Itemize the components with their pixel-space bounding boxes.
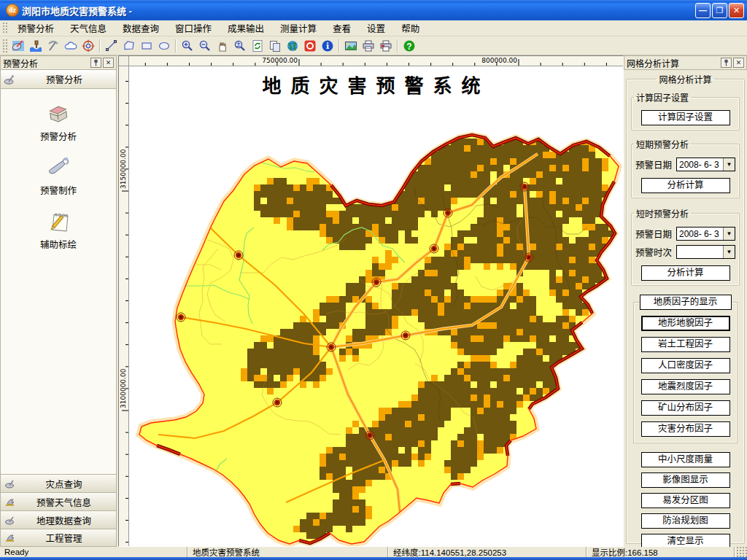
immediate-group: 短时预警分析 预警日期 2008- 6- 3 ▼ 预警时次 ▼ 分析计算	[631, 207, 740, 286]
close-panel-button[interactable]: ✕	[733, 58, 744, 68]
menu-warning-analysis[interactable]: 预警分析	[9, 20, 62, 36]
globe-button[interactable]	[284, 38, 301, 54]
factor-terrain-button[interactable]: 地形地貌因子	[641, 316, 730, 331]
sidebar-item-project-manage[interactable]: 工程管理	[0, 529, 117, 547]
draw-rectangle-icon	[140, 39, 153, 52]
sidebar-item-aux-plotting[interactable]: 辅助标绘	[1, 209, 116, 251]
factor-display-group: 地质因子的显示 地形地貌因子 岩土工程因子 人口密度因子 地震烈度因子 矿山分布…	[633, 302, 738, 443]
sidebar-item-label: 辅助标绘	[40, 237, 77, 251]
print-setup-button[interactable]	[377, 38, 395, 54]
help-button[interactable]: ?	[400, 38, 418, 54]
window-titlebar: dz 浏阳市地质灾害预警系统 - — ❐ ✕	[0, 0, 747, 20]
warning-date-combo[interactable]: 2008- 6- 3 ▼	[676, 158, 735, 171]
factor-seismic-button[interactable]: 地震烈度因子	[641, 379, 730, 394]
toolbar-grip[interactable]	[2, 39, 7, 53]
sidebar-item-disaster-query[interactable]: 灾点查询	[0, 474, 117, 492]
image-view-button[interactable]	[342, 38, 360, 54]
factor-geotech-button[interactable]: 岩土工程因子	[641, 337, 730, 352]
info-button[interactable]: i	[319, 38, 336, 54]
svg-text:?: ?	[406, 41, 411, 51]
close-button[interactable]: ✕	[729, 3, 744, 18]
sidebar-item-warning-analysis[interactable]: 预警分析	[1, 101, 116, 143]
rainfall-scale-button[interactable]: 中小尺度雨量	[641, 452, 730, 467]
sidebar-bar-label: 工程管理	[15, 531, 112, 545]
grid-analysis-group: 网格分析计算 计算因子设置 计算因子设置 短期预警分析 预警日期 2008- 6…	[626, 73, 745, 544]
draw-ellipse-button[interactable]	[155, 38, 173, 54]
pan-hand-button[interactable]	[214, 38, 231, 54]
calc-factor-group: 计算因子设置 计算因子设置	[631, 91, 740, 131]
draw-polygon-icon	[123, 39, 136, 52]
factor-display-header-button[interactable]: 地质因子的显示	[640, 295, 732, 310]
resize-grip[interactable]	[735, 547, 747, 557]
menu-data-query[interactable]: 数据查询	[115, 20, 167, 36]
immediate-group-label: 短时预警分析	[634, 207, 691, 219]
susceptibility-map-button[interactable]: 易发分区图	[641, 493, 730, 508]
stop-button[interactable]	[301, 38, 319, 54]
minimize-button[interactable]: —	[695, 3, 711, 18]
close-panel-button[interactable]: ✕	[103, 58, 114, 68]
warning-time-combo[interactable]: ▼	[676, 245, 735, 259]
ruler-label-y1: 3150000.00	[120, 139, 127, 189]
warning-date2-label: 预警日期	[635, 227, 676, 241]
sidebar-item-warning-weather[interactable]: 预警天气信息	[0, 492, 117, 510]
draw-rectangle-button[interactable]	[138, 38, 155, 54]
menu-measure-calc[interactable]: 测量计算	[272, 20, 325, 36]
sidebar-item-warning-making[interactable]: 预警制作	[1, 155, 116, 197]
status-coordinates: 经纬度:114.140551,28.250253	[389, 547, 587, 557]
factor-disaster-button[interactable]: 灾害分布因子	[641, 421, 730, 437]
sidebar-item-geo-data-query[interactable]: 地理数据查询	[0, 510, 117, 529]
claw-icon	[4, 497, 15, 508]
prevention-plan-button[interactable]: 防治规划图	[641, 513, 730, 529]
refresh-button[interactable]	[249, 38, 266, 54]
globe-icon	[286, 39, 299, 52]
chevron-down-icon[interactable]: ▼	[723, 246, 735, 258]
chevron-down-icon[interactable]: ▼	[723, 228, 735, 240]
print-button[interactable]	[360, 38, 377, 54]
claw-icon	[4, 532, 15, 543]
cloud-button[interactable]	[62, 38, 80, 54]
calc-factor-group-label: 计算因子设置	[634, 91, 691, 104]
menu-weather-info[interactable]: 天气信息	[62, 20, 115, 36]
menu-view[interactable]: 查看	[325, 20, 359, 36]
menu-window-ops[interactable]: 窗口操作	[167, 20, 220, 36]
toolbar-separator	[99, 39, 101, 52]
target-button[interactable]	[80, 38, 97, 54]
satellite-dish-button[interactable]	[9, 38, 27, 54]
zoom-in-button[interactable]	[179, 38, 196, 54]
menu-result-output[interactable]: 成果输出	[220, 20, 272, 36]
restore-button[interactable]: ❐	[712, 3, 727, 18]
copy-layers-button[interactable]	[266, 38, 284, 54]
short-term-analyze-button[interactable]: 分析计算	[641, 178, 730, 193]
menu-help[interactable]: 帮助	[393, 20, 427, 36]
menu-grip[interactable]	[2, 22, 7, 34]
draw-polygon-button[interactable]	[120, 38, 138, 54]
factor-population-button[interactable]: 人口密度因子	[641, 358, 730, 373]
ruler-label-x1: 750000.00	[255, 57, 298, 64]
calc-factor-setting-button[interactable]: 计算因子设置	[641, 110, 730, 125]
draw-line-button[interactable]	[103, 38, 120, 54]
image-display-button[interactable]: 影像图显示	[641, 472, 730, 488]
water-hammer-icon	[29, 39, 42, 52]
map-canvas[interactable]: 地质灾害预警系统	[129, 66, 623, 546]
zoom-out-button[interactable]	[196, 38, 214, 54]
status-bar: Ready 地质灾害预警系统 经纬度:114.140551,28.250253 …	[0, 547, 747, 557]
pin-button[interactable]	[90, 58, 101, 68]
ruler-label-y2: 3100000.00	[120, 359, 127, 408]
info-icon: i	[321, 39, 334, 52]
cloud-icon	[64, 39, 77, 52]
warning-time-label: 预警时次	[635, 245, 676, 259]
chevron-down-icon[interactable]: ▼	[723, 158, 735, 171]
factor-mine-button[interactable]: 矿山分布因子	[641, 400, 730, 416]
immediate-analyze-button[interactable]: 分析计算	[641, 265, 730, 281]
pick-tool-button[interactable]	[44, 38, 62, 54]
target-icon	[82, 39, 95, 52]
water-hammer-button[interactable]	[27, 38, 44, 54]
menu-settings[interactable]: 设置	[359, 20, 393, 36]
zoom-extent-button[interactable]	[231, 38, 249, 54]
warning-date2-combo[interactable]: 2008- 6- 3 ▼	[676, 227, 735, 241]
pin-button[interactable]	[721, 58, 732, 68]
warning-analysis-icon	[45, 101, 71, 127]
app-icon: dz	[6, 4, 19, 17]
left-panel-header[interactable]: 预警分析	[0, 70, 117, 89]
grid-analysis-group-label: 网格分析计算	[657, 73, 713, 85]
